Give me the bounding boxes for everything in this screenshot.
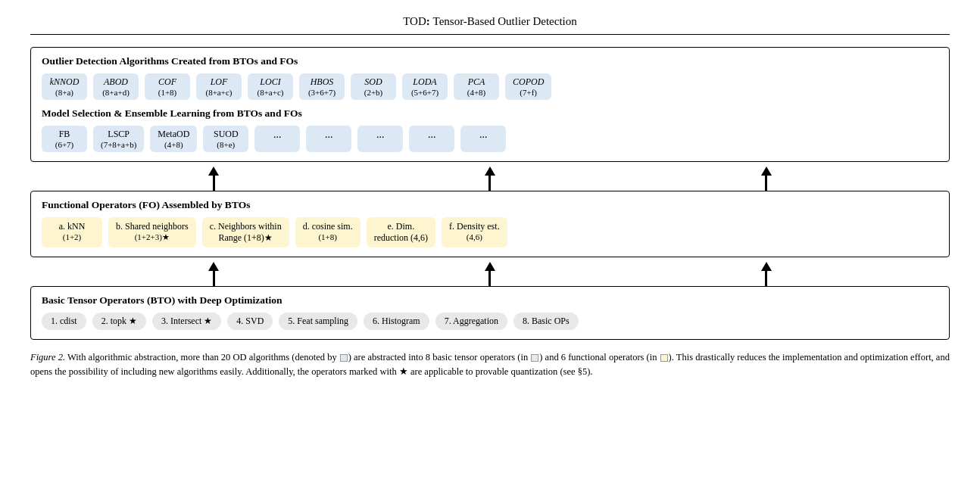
algo-chip-sub: (8+a+c) <box>204 88 234 97</box>
arrow-head-5 <box>485 262 495 271</box>
fo-chip-sub: (4,6) <box>449 232 500 241</box>
algo-chip: COPOD(7+f) <box>505 73 551 100</box>
model-chip-name: SUOD <box>211 129 241 140</box>
model-chip-sub: (8+e) <box>211 140 241 149</box>
model-chip: LSCP(7+8+a+b) <box>93 126 144 152</box>
title-prefix: TOD <box>403 15 426 27</box>
algo-chip-sub: (1+8) <box>152 88 183 97</box>
caption: Figure 2. With algorithmic abstraction, … <box>30 350 950 380</box>
arrow-up-3 <box>761 166 772 191</box>
model-row: FB(6+7)LSCP(7+8+a+b)MetaOD(4+8)SUOD(8+e)… <box>42 126 938 152</box>
algo-chip-name: COPOD <box>513 76 544 88</box>
bto-chip: 3. Intersect ★ <box>152 313 221 330</box>
model-chip-name: MetaOD <box>158 129 189 140</box>
fo-chip: c. Neighbors within Range (1+8)★ <box>202 217 289 247</box>
model-chip-name: LSCP <box>101 129 136 140</box>
title-bold: Tensor-Based Outlier Detection <box>433 15 577 27</box>
arrow-row-2 <box>30 257 950 286</box>
algo-chip-name: SOD <box>358 76 389 88</box>
algo-chip-name: LOCI <box>255 76 286 88</box>
bto-chip: 7. Aggregation <box>435 313 507 330</box>
algo-chip: LOF(8+a+c) <box>196 73 242 100</box>
bto-box-title: Basic Tensor Operators (BTO) with Deep O… <box>42 294 938 307</box>
model-chip: SUOD(8+e) <box>203 126 248 152</box>
algo-chip-sub: (8+a+d) <box>101 88 131 97</box>
bto-box: Basic Tensor Operators (BTO) with Deep O… <box>30 286 950 340</box>
arrow-up-6 <box>761 262 772 286</box>
fo-chip-name: b. Shared neighbors <box>116 221 189 232</box>
model-box-title: Model Selection & Ensemble Learning from… <box>42 107 938 120</box>
bto-chip: 1. cdist <box>42 313 86 330</box>
algo-chip-name: ABOD <box>101 76 131 88</box>
bto-chip: 6. Histogram <box>364 313 429 330</box>
arrow-up-5 <box>485 262 495 286</box>
diagram: Outlier Detection Algorithms Created fro… <box>30 47 950 340</box>
algo-chip-sub: (8+a) <box>49 88 80 97</box>
fo-chip: d. cosine sim.(1+8) <box>295 217 360 247</box>
algo-chip: LODA(5+6+7) <box>402 73 448 100</box>
algo-chip-sub: (2+b) <box>358 88 389 97</box>
arrow-shaft-3 <box>765 176 767 191</box>
algo-chip-name: LOF <box>204 76 234 88</box>
arrow-head-1 <box>208 166 219 176</box>
arrow-row-1 <box>30 162 950 191</box>
model-chip: MetaOD(4+8) <box>150 126 197 152</box>
model-chip: FB(6+7) <box>42 126 87 152</box>
algo-chip-name: kNNOD <box>49 76 80 88</box>
algo-chip-sub: (3+6+7) <box>307 88 337 97</box>
color-box-blue-1 <box>340 354 348 362</box>
arrow-up-1 <box>208 166 219 191</box>
algo-chip: LOCI(8+a+c) <box>248 73 293 100</box>
algo-chip: kNNOD(8+a) <box>42 73 87 100</box>
model-chip-dots: ... <box>306 126 351 152</box>
algo-chip: HBOS(3+6+7) <box>299 73 345 100</box>
fo-chip-sub: (1+2+3)★ <box>116 232 189 242</box>
algo-chip: SOD(2+b) <box>351 73 396 100</box>
model-chip-name: FB <box>49 129 80 140</box>
fo-chip: b. Shared neighbors(1+2+3)★ <box>108 217 196 247</box>
arrow-head-4 <box>208 262 219 271</box>
algo-chip-sub: (4+8) <box>461 88 492 97</box>
page-title: TOD: Tensor-Based Outlier Detection <box>30 15 950 35</box>
algo-chip-name: LODA <box>410 76 440 88</box>
fo-chip: e. Dim. reduction (4,6) <box>367 217 435 247</box>
arrow-up-4 <box>208 262 219 286</box>
model-chip-dots: ... <box>357 126 403 152</box>
fo-box: Functional Operators (FO) Assembled by B… <box>30 191 950 257</box>
algo-chip-name: PCA <box>461 76 492 88</box>
fo-chip: f. Density est.(4,6) <box>442 217 507 247</box>
algo-chip-name: COF <box>152 76 183 88</box>
bto-chip: 4. SVD <box>227 313 273 330</box>
top-box: Outlier Detection Algorithms Created fro… <box>30 47 950 162</box>
algo-chip-name: HBOS <box>307 76 337 88</box>
fo-chips-row: a. kNN(1+2)b. Shared neighbors(1+2+3)★c.… <box>42 217 938 247</box>
arrow-shaft-1 <box>213 176 215 191</box>
bto-chip: 2. topk ★ <box>92 313 146 330</box>
algorithm-row: kNNOD(8+a)ABOD(8+a+d)COF(1+8)LOF(8+a+c)L… <box>42 73 938 100</box>
algo-chip: ABOD(8+a+d) <box>93 73 139 100</box>
bto-chip: 8. Basic OPs <box>513 313 579 330</box>
color-box-yellow <box>660 354 668 362</box>
model-chip-sub: (6+7) <box>49 140 80 149</box>
arrow-shaft-2 <box>488 176 491 191</box>
fo-chip-name: d. cosine sim. <box>303 221 353 232</box>
arrow-shaft-6 <box>765 271 767 286</box>
arrow-up-2 <box>485 166 495 191</box>
model-chip-sub: (7+8+a+b) <box>101 140 136 149</box>
algo-chip-sub: (7+f) <box>513 88 544 97</box>
caption-italic: Figure 2. <box>30 352 65 363</box>
fo-chip: a. kNN(1+2) <box>42 217 102 247</box>
algo-box-title: Outlier Detection Algorithms Created fro… <box>42 55 938 67</box>
arrow-shaft-5 <box>488 271 491 286</box>
arrow-head-2 <box>485 166 495 176</box>
algo-chip-sub: (8+a+c) <box>255 88 286 97</box>
fo-chip-sub: (1+8) <box>303 232 353 241</box>
bto-chip: 5. Feat sampling <box>279 313 357 330</box>
arrow-head-6 <box>761 262 772 271</box>
algo-chip-sub: (5+6+7) <box>410 88 440 97</box>
algo-chip: PCA(4+8) <box>454 73 499 100</box>
fo-chip-name: a. kNN <box>49 221 95 232</box>
fo-box-title: Functional Operators (FO) Assembled by B… <box>42 199 938 211</box>
arrow-shaft-4 <box>213 271 215 286</box>
fo-chip-name: f. Density est. <box>449 221 500 232</box>
